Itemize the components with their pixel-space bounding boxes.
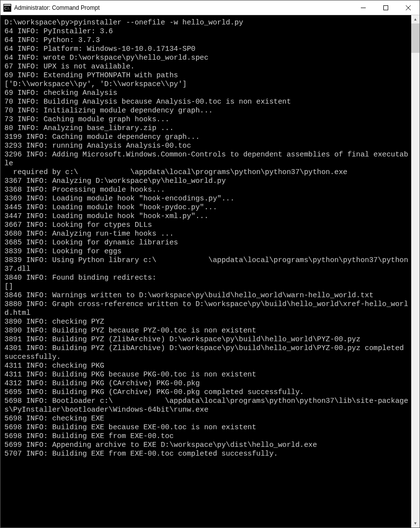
output-line: 3839 INFO: Looking for eggs — [4, 247, 122, 255]
output-line: 3369 INFO: Loading module hook "hook-enc… — [4, 195, 235, 202]
output-line: 5698 INFO: Building EXE from EXE-00.toc — [4, 432, 174, 440]
output-line: 80 INFO: Analyzing base_library.zip ... — [4, 124, 174, 132]
output-line: 4311 INFO: checking PKG — [4, 362, 104, 370]
output-line: 64 INFO: Python: 3.7.3 — [4, 36, 100, 44]
output-line: ['D:\\workspace\\py', 'D:\\workspace\\py… — [4, 80, 187, 88]
output-line: 73 INFO: Caching module graph hooks... — [4, 115, 169, 123]
output-line: 3368 INFO: Processing module hooks... — [4, 186, 165, 194]
output-line: 4312 INFO: Building PKG (CArchive) PKG-0… — [4, 379, 200, 387]
output-line: 69 INFO: Extending PYTHONPATH with paths — [4, 71, 178, 79]
window-controls — [352, 0, 420, 15]
output-line: 5698 INFO: Bootloader c:\ \appdata\local… — [4, 397, 408, 414]
maximize-button[interactable] — [375, 0, 397, 15]
output-line: 3890 INFO: checking PYZ — [4, 318, 104, 326]
output-line: 4311 INFO: Building PKG because PKG-00.t… — [4, 371, 256, 378]
titlebar[interactable]: C:\ Administrator: Command Prompt — [0, 0, 420, 15]
output-line: 70 INFO: Building Analysis because Analy… — [4, 98, 291, 106]
output-line: 3293 INFO: running Analysis Analysis-00.… — [4, 142, 191, 150]
output-line: 3447 INFO: Loading module hook "hook-xml… — [4, 212, 208, 220]
svg-text:C:\: C:\ — [4, 6, 10, 11]
output-line: 4301 INFO: Building PYZ (ZlibArchive) D:… — [4, 344, 408, 361]
output-line: 5695 INFO: Building PKG (CArchive) PKG-0… — [4, 388, 304, 396]
scroll-down-arrow[interactable]: ▼ — [411, 519, 420, 528]
close-button[interactable] — [397, 0, 420, 15]
scroll-thumb[interactable] — [411, 23, 420, 53]
output-line: 3685 INFO: Looking for dynamic libraries — [4, 239, 178, 246]
svg-rect-1 — [4, 4, 11, 6]
output-line: 3199 INFO: Caching module dependency gra… — [4, 133, 200, 141]
output-line: 5707 INFO: Building EXE from EXE-00.toc … — [4, 450, 278, 458]
scroll-up-arrow[interactable]: ▲ — [411, 15, 420, 23]
output-line: 5698 INFO: Building EXE because EXE-00.t… — [4, 423, 256, 431]
output-line: [] — [4, 283, 13, 290]
output-line: 3445 INFO: Loading module hook "hook-pyd… — [4, 203, 217, 211]
output-line: 64 INFO: PyInstaller: 3.6 — [4, 27, 113, 35]
output-line: 3296 INFO: Adding Microsoft.Windows.Comm… — [4, 151, 408, 167]
command-text: pyinstaller --onefile -w hello_world.py — [74, 19, 243, 26]
output-line: 3890 INFO: Building PYZ because PYZ-00.t… — [4, 327, 256, 334]
output-line: 5699 INFO: Appending archive to EXE D:\w… — [4, 441, 317, 449]
output-line: 3680 INFO: Analyzing run-time hooks ... — [4, 230, 174, 238]
output-line: 5698 INFO: checking EXE — [4, 415, 104, 422]
output-line: 3839 INFO: Using Python library c:\ \app… — [4, 256, 408, 273]
output-line: required by c:\ \appdata\local\programs\… — [4, 168, 348, 176]
window-title: Administrator: Command Prompt — [14, 4, 352, 11]
output-line: 3367 INFO: Analyzing D:\workspace\py\hel… — [4, 177, 226, 185]
output-line: 69 INFO: checking Analysis — [4, 89, 117, 97]
output-line: 3891 INFO: Building PYZ (ZlibArchive) D:… — [4, 335, 360, 343]
output-line: 64 INFO: wrote D:\workspace\py\hello_wor… — [4, 54, 208, 62]
output-line: 64 INFO: Platform: Windows-10-10.0.17134… — [4, 45, 196, 53]
vertical-scrollbar[interactable]: ▲ ▼ — [411, 15, 420, 528]
output-line: 3880 INFO: Graph cross-reference written… — [4, 300, 408, 317]
minimize-button[interactable] — [352, 0, 375, 15]
output-line: 70 INFO: Initializing module dependency … — [4, 107, 213, 114]
output-line: 3667 INFO: Looking for ctypes DLLs — [4, 221, 152, 229]
terminal-output[interactable]: D:\workspace\py>pyinstaller --onefile -w… — [0, 15, 411, 528]
prompt: D:\workspace\py> — [4, 19, 74, 26]
output-line: 67 INFO: UPX is not available. — [4, 63, 134, 70]
output-line: 3840 INFO: Found binding redirects: — [4, 274, 156, 282]
command-prompt-window: C:\ Administrator: Command Prompt D:\wor… — [0, 0, 420, 528]
terminal-area: D:\workspace\py>pyinstaller --onefile -w… — [0, 15, 420, 528]
svg-rect-4 — [384, 5, 388, 10]
cmd-icon: C:\ — [3, 4, 11, 12]
output-line: 3846 INFO: Warnings written to D:\worksp… — [4, 291, 374, 299]
